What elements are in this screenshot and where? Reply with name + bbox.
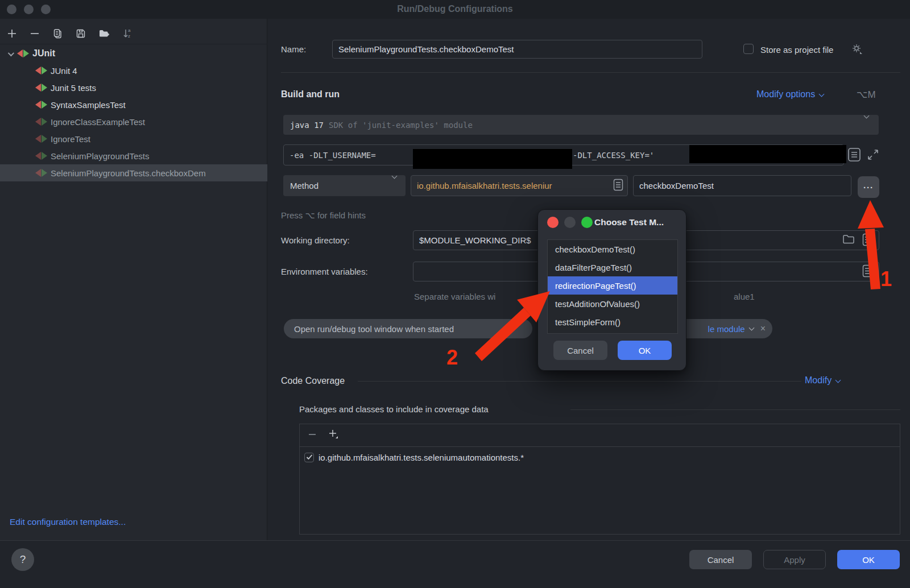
popup-close-button[interactable] <box>547 217 559 228</box>
dialog-footer: ? Cancel Apply OK <box>0 540 910 588</box>
coverage-table-toolbar <box>300 424 900 447</box>
modify-options-label: Modify options <box>756 89 815 99</box>
coverage-modify-link[interactable]: Modify <box>805 375 840 386</box>
tree-item-label: IgnoreTest <box>51 134 90 144</box>
jre-secondary: SDK of 'junit-examples' module <box>329 121 473 130</box>
open-tool-window-chip[interactable]: Open run/debug tool window when started <box>284 319 532 338</box>
junit-icon <box>35 84 47 92</box>
test-method-option[interactable]: testAdditionOfValues() <box>548 295 677 313</box>
edit-configuration-templates-link[interactable]: Edit configuration templates... <box>10 517 126 527</box>
configurations-sidebar: az JUnit JUnit 4 Junit 5 tests SyntaxSam… <box>0 19 267 540</box>
test-kind-selector[interactable]: Method <box>283 175 406 196</box>
redacted-username <box>413 149 572 169</box>
store-as-project-file-checkbox[interactable] <box>743 44 754 54</box>
env-macros-icon[interactable] <box>862 264 873 279</box>
test-method-list: checkboxDemoTest() dataFilterPageTest() … <box>547 239 678 334</box>
coverage-packages-divider <box>570 409 900 410</box>
popup-title: Choose Test M... <box>594 217 664 227</box>
ok-button[interactable]: OK <box>837 550 900 569</box>
store-settings-gear-icon[interactable] <box>851 43 863 57</box>
modify-options-shortcut: ⌥M <box>857 89 876 101</box>
browse-test-method-button[interactable]: ··· <box>858 176 879 198</box>
store-as-project-file-label: Store as project file <box>760 45 833 55</box>
tree-item-label: JUnit <box>32 48 55 59</box>
jre-selector[interactable]: java 17 SDK of 'junit-examples' module <box>283 115 879 135</box>
redacted-access-key <box>689 145 846 163</box>
copy-configuration-icon[interactable] <box>52 28 63 39</box>
environment-variables-label: Environment variables: <box>281 267 368 276</box>
test-method-option-selected[interactable]: redirectionPageTest() <box>548 276 677 295</box>
add-configuration-icon[interactable] <box>7 28 17 39</box>
junit-icon <box>17 49 29 57</box>
working-directory-label: Working directory: <box>281 235 350 245</box>
vm-options-macros-icon[interactable] <box>847 147 861 164</box>
coverage-pattern-row[interactable]: io.github.mfaisalkhatri.tests.seleniumau… <box>300 447 900 467</box>
test-class-value: io.github.mfaisalkhatri.tests.seleniur <box>417 181 552 191</box>
test-method-option[interactable]: dataFilterPageTest() <box>548 258 677 276</box>
tree-item-junit4[interactable]: JUnit 4 <box>0 62 267 79</box>
titlebar: Run/Debug Configurations <box>0 0 910 19</box>
working-directory-value: $MODULE_WORKING_DIR$ <box>419 235 531 245</box>
name-label: Name: <box>281 44 306 54</box>
popup-zoom-button[interactable] <box>581 217 593 228</box>
popup-titlebar <box>547 217 593 228</box>
help-button[interactable]: ? <box>11 548 34 571</box>
junit-icon <box>35 118 47 126</box>
junit-icon <box>35 169 47 177</box>
junit-icon <box>35 135 47 143</box>
tree-item-label: SeleniumPlaygroundTests.checkboxDem <box>51 168 206 178</box>
coverage-pattern-checkbox[interactable] <box>304 453 314 462</box>
build-and-run-heading: Build and run <box>281 89 340 100</box>
env-hint-left: Separate variables wi <box>414 292 495 301</box>
new-folder-icon[interactable] <box>98 28 110 39</box>
popup-minimize-button[interactable] <box>564 217 576 228</box>
tree-item-syntaxsamplestest[interactable]: SyntaxSamplesTest <box>0 96 267 113</box>
tree-item-seleniumplaygroundtests-checkboxdemotest[interactable]: SeleniumPlaygroundTests.checkboxDem <box>0 164 267 181</box>
tree-item-label: SyntaxSamplesTest <box>51 100 126 110</box>
sort-alphabetically-icon[interactable]: az <box>122 28 133 39</box>
tree-item-ignoretest[interactable]: IgnoreTest <box>0 130 267 147</box>
sidebar-toolbar: az <box>5 23 133 44</box>
test-method-option[interactable]: checkboxDemoTest() <box>548 240 677 258</box>
tree-item-seleniumplaygroundtests[interactable]: SeleniumPlaygroundTests <box>0 147 267 164</box>
tree-item-ignoreclassexampletest[interactable]: IgnoreClassExampleTest <box>0 113 267 130</box>
test-kind-value: Method <box>290 181 318 191</box>
test-method-value: checkboxDemoTest <box>639 181 714 191</box>
folder-browse-icon[interactable] <box>842 234 855 247</box>
test-class-input[interactable]: io.github.mfaisalkhatri.tests.seleniur <box>411 175 628 196</box>
test-method-input[interactable]: checkboxDemoTest <box>633 175 851 196</box>
remove-chip-icon[interactable]: × <box>760 324 766 334</box>
coverage-packages-heading: Packages and classes to include in cover… <box>299 404 489 414</box>
coverage-add-pattern-icon[interactable] <box>328 429 340 442</box>
popup-ok-button[interactable]: OK <box>618 341 672 360</box>
test-method-option[interactable]: testSimpleForm() <box>548 313 677 331</box>
cancel-button[interactable]: Cancel <box>689 550 752 569</box>
tree-item-junit5-tests[interactable]: Junit 5 tests <box>0 79 267 96</box>
sidebar-toolbar-divider <box>0 44 267 44</box>
tree-item-label: SeleniumPlaygroundTests <box>51 151 149 161</box>
chevron-down-icon <box>748 325 754 330</box>
expand-field-icon[interactable] <box>866 148 880 163</box>
save-configuration-icon[interactable] <box>76 28 86 39</box>
popup-cancel-button[interactable]: Cancel <box>553 341 607 360</box>
code-coverage-divider <box>358 381 801 382</box>
chevron-down-icon <box>864 113 870 119</box>
tree-expand-chevron-icon[interactable] <box>8 48 13 59</box>
vm-options-prefix: -ea -DLT_USERNAME= <box>289 151 376 160</box>
svg-text:z: z <box>128 34 130 39</box>
tree-item-label: JUnit 4 <box>51 66 77 76</box>
tree-item-junit-root[interactable]: JUnit <box>0 45 267 62</box>
field-hints-text: Press ⌥ for field hints <box>281 210 366 221</box>
coverage-modify-label: Modify <box>805 375 832 385</box>
directory-macros-icon[interactable] <box>862 233 873 248</box>
name-input[interactable]: SeleniumPlaygroundTests.checkboxDemoTest <box>332 40 702 59</box>
coverage-remove-pattern-icon[interactable] <box>308 430 317 441</box>
class-macros-icon[interactable] <box>613 179 623 193</box>
svg-text:a: a <box>128 28 131 33</box>
remove-configuration-icon[interactable] <box>30 28 40 39</box>
env-hint-right: alue1 <box>734 292 755 301</box>
modify-options-link[interactable]: Modify options <box>756 89 824 100</box>
coverage-pattern-value: io.github.mfaisalkhatri.tests.seleniumau… <box>318 453 524 462</box>
apply-button[interactable]: Apply <box>763 550 826 569</box>
coverage-packages-table: io.github.mfaisalkhatri.tests.seleniumau… <box>299 424 900 535</box>
